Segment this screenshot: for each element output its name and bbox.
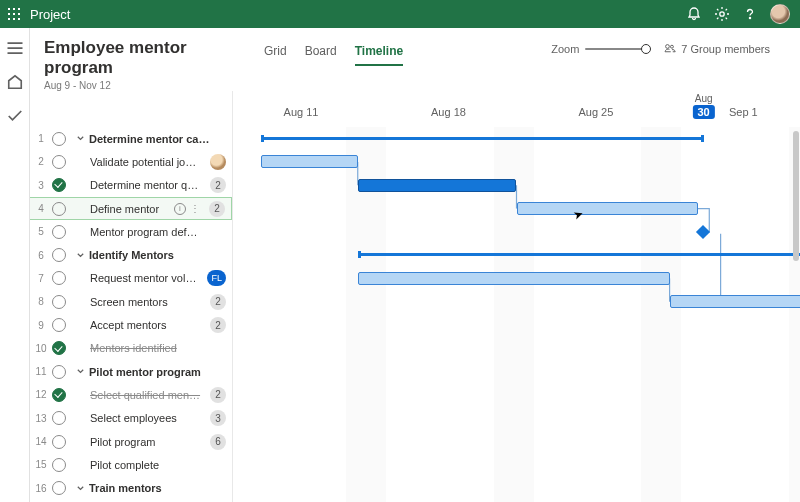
summary-bar[interactable] [261,137,703,140]
notifications-icon[interactable] [686,6,702,22]
count-badge: 2 [210,387,226,403]
svg-rect-3 [8,13,10,15]
task-list[interactable]: 1Determine mentor ca…2Validate potential… [30,91,233,502]
complete-toggle[interactable] [52,271,66,285]
task-bar[interactable] [261,155,357,168]
row-number: 1 [30,133,52,144]
complete-toggle[interactable] [52,155,66,169]
view-tabs: Grid Board Timeline [264,38,403,66]
tab-grid[interactable]: Grid [264,44,287,66]
task-row[interactable]: 7Request mentor vol…FL [30,267,232,290]
date-tick: Aug 18 [426,105,471,119]
chevron-down-icon[interactable] [76,251,86,260]
complete-toggle[interactable] [52,248,66,262]
complete-toggle[interactable] [52,225,66,239]
row-number: 4 [30,203,52,214]
task-row[interactable]: 5Mentor program def… [30,220,232,243]
vertical-scrollbar[interactable] [793,131,799,261]
complete-toggle[interactable] [52,341,66,355]
product-name: Project [30,7,70,22]
row-number: 16 [30,483,52,494]
task-row[interactable]: 4Define mentori⋮2 [30,197,232,220]
chevron-down-icon[interactable] [76,367,86,376]
assignee-initials-badge[interactable]: FL [207,270,226,286]
task-name: Pilot program [90,436,206,448]
task-row[interactable]: 16Train mentors [30,476,232,499]
titlebar: Project [0,0,800,28]
row-number: 15 [30,459,52,470]
complete-toggle[interactable] [52,178,66,192]
date-tick: 30 [692,105,714,119]
group-members-button[interactable]: 7 Group members [663,42,770,55]
menu-icon[interactable] [5,38,25,58]
svg-point-11 [666,45,670,49]
task-row[interactable]: 13Select employees3 [30,407,232,430]
complete-toggle[interactable] [52,411,66,425]
complete-toggle[interactable] [52,365,66,379]
date-tick: Sep 1 [724,105,763,119]
task-row[interactable]: 2Validate potential jo… [30,150,232,173]
task-row[interactable]: 3Determine mentor q…2 [30,174,232,197]
group-members-label: 7 Group members [681,43,770,55]
complete-toggle[interactable] [52,435,66,449]
svg-point-12 [671,45,674,48]
tab-timeline[interactable]: Timeline [355,44,403,66]
task-name: Pilot mentor program [89,366,226,378]
count-badge: 2 [210,294,226,310]
task-row[interactable]: 12Select qualified men…2 [30,383,232,406]
task-bar[interactable] [358,179,517,192]
row-number: 3 [30,180,52,191]
app-launcher-icon[interactable] [0,8,28,20]
row-number: 8 [30,296,52,307]
task-row[interactable]: 14Pilot program6 [30,430,232,453]
task-row[interactable]: 1Determine mentor ca… [30,127,232,150]
help-icon[interactable] [742,6,758,22]
row-number: 11 [30,366,52,377]
check-icon[interactable] [5,106,25,126]
tab-board[interactable]: Board [305,44,337,66]
svg-rect-0 [8,8,10,10]
complete-toggle[interactable] [52,458,66,472]
timeline-area[interactable]: AugAug 11Aug 18Aug 2530Sep 1 ➤ [233,91,800,502]
month-label: Aug [695,93,713,104]
task-row[interactable]: 6Identify Mentors [30,243,232,266]
info-icon[interactable]: i [174,203,186,215]
home-icon[interactable] [5,72,25,92]
complete-toggle[interactable] [52,388,66,402]
chevron-down-icon[interactable] [76,134,86,143]
count-badge: 2 [210,177,226,193]
task-row[interactable]: 15Pilot complete [30,453,232,476]
task-name: Determine mentor ca… [89,133,226,145]
task-row[interactable]: 9Accept mentors2 [30,313,232,336]
chevron-down-icon[interactable] [76,484,86,493]
row-number: 14 [30,436,52,447]
settings-icon[interactable] [714,6,730,22]
task-bar[interactable] [358,272,670,285]
task-row[interactable]: 8Screen mentors2 [30,290,232,313]
assignee-avatar[interactable] [210,154,226,170]
complete-toggle[interactable] [52,202,66,216]
complete-toggle[interactable] [52,132,66,146]
complete-toggle[interactable] [52,318,66,332]
date-tick: Aug 25 [573,105,618,119]
more-icon[interactable]: ⋮ [190,203,201,214]
count-badge: 6 [210,434,226,450]
task-bar[interactable] [670,295,800,308]
row-number: 12 [30,389,52,400]
zoom-slider[interactable] [585,48,649,50]
user-avatar[interactable] [770,4,790,24]
svg-point-9 [720,12,724,16]
milestone-diamond[interactable] [696,225,710,239]
summary-bar[interactable] [358,253,800,256]
complete-toggle[interactable] [52,481,66,495]
svg-rect-8 [18,18,20,20]
row-number: 10 [30,343,52,354]
row-number: 13 [30,413,52,424]
complete-toggle[interactable] [52,295,66,309]
task-row[interactable]: 11Pilot mentor program [30,360,232,383]
task-name: Train mentors [89,482,226,494]
svg-rect-6 [8,18,10,20]
task-name: Define mentor [90,203,170,215]
task-row[interactable]: 10Mentors identified [30,337,232,360]
task-bar[interactable] [517,202,698,215]
